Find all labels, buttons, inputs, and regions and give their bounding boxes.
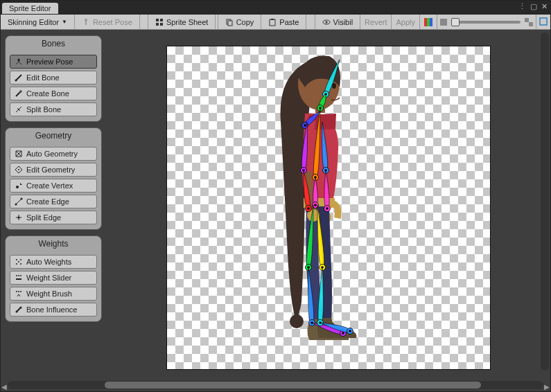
svg-rect-18	[540, 18, 547, 25]
alpha-slider[interactable]	[437, 15, 536, 29]
button-label: Edit Bone	[26, 73, 60, 82]
eye-icon	[322, 18, 331, 26]
preview-pose-button[interactable]: Preview Pose	[10, 55, 97, 69]
edit-bone-icon	[15, 73, 23, 82]
horizontal-scrollbar[interactable]	[8, 381, 543, 389]
button-label: Weight Slider	[26, 274, 71, 282]
svg-point-32	[20, 275, 21, 276]
apply-button[interactable]: Apply	[392, 15, 420, 29]
svg-rect-12	[424, 18, 427, 26]
svg-point-38	[20, 307, 22, 309]
button-label: Weight Brush	[26, 289, 72, 298]
status-bar: ◀ ▶	[1, 382, 550, 391]
auto-weights-button[interactable]: Auto Weights	[10, 255, 97, 269]
chevron-down-icon: ▼	[62, 19, 67, 25]
bones-panel-title: Bones	[6, 36, 101, 53]
horizontal-scroll-thumb[interactable]	[105, 382, 481, 389]
vertical-scrollbar[interactable]	[541, 33, 549, 371]
pose-icon	[15, 57, 23, 66]
split-bone-icon	[15, 105, 23, 114]
mode-dropdown[interactable]: Skinning Editor ▼	[1, 15, 75, 29]
scroll-left-arrow[interactable]: ◀	[1, 383, 8, 391]
svg-point-26	[20, 259, 21, 260]
sprite-sheet-button[interactable]: Sprite Sheet	[148, 15, 216, 29]
geometry-panel-title: Geometry	[6, 128, 101, 145]
button-label: Edit Geometry	[26, 166, 75, 174]
edit-bone-button[interactable]: Edit Bone	[10, 71, 97, 84]
svg-rect-33	[16, 278, 21, 280]
split-edge-button[interactable]: Split Edge	[10, 211, 97, 224]
create-vertex-button[interactable]: Create Vertex	[10, 179, 97, 193]
svg-point-0	[85, 19, 87, 21]
svg-point-55	[304, 124, 306, 127]
create-edge-icon	[15, 197, 23, 206]
button-label: Split Edge	[26, 213, 61, 222]
rgb-toggle[interactable]	[420, 15, 437, 29]
create-bone-button[interactable]: Create Bone	[10, 87, 97, 100]
svg-rect-9	[271, 19, 274, 20]
copy-button[interactable]: Copy	[218, 15, 262, 29]
auto-weights-icon	[15, 258, 23, 266]
kebab-menu-icon[interactable]: ⋮	[518, 2, 526, 11]
svg-point-25	[16, 259, 17, 260]
button-label: Create Edge	[26, 197, 69, 206]
create-bone-icon	[15, 89, 23, 98]
edit-geometry-button[interactable]: Edit Geometry	[10, 163, 97, 177]
tab-sprite-editor[interactable]: Sprite Editor	[2, 3, 58, 14]
edit-geometry-icon	[15, 166, 23, 174]
rgb-icon	[424, 18, 432, 26]
tab-bar: Sprite Editor ⋮ ▢ ✕	[1, 1, 550, 15]
split-edge-icon	[15, 213, 23, 222]
create-edge-button[interactable]: Create Edge	[10, 195, 97, 208]
scroll-right-arrow[interactable]: ▶	[543, 383, 550, 391]
fit-icon[interactable]	[536, 17, 550, 27]
paste-button[interactable]: Paste	[261, 15, 306, 29]
revert-button[interactable]: Revert	[360, 15, 392, 29]
maximize-icon[interactable]: ▢	[530, 2, 537, 11]
sprite-editor-window: Sprite Editor ⋮ ▢ ✕ Skinning Editor ▼ Re…	[0, 0, 551, 392]
svg-rect-13	[427, 18, 430, 26]
svg-point-69	[342, 332, 344, 335]
weights-panel: Weights Auto Weights Weight Slider Weigh…	[5, 235, 102, 322]
svg-point-59	[307, 207, 310, 210]
checker-icon	[525, 18, 533, 26]
close-icon[interactable]: ✕	[541, 2, 548, 11]
svg-point-63	[326, 207, 329, 210]
svg-point-11	[325, 21, 327, 23]
viewport[interactable]	[106, 30, 550, 382]
toolbar: Skinning Editor ▼ Reset Pose Sprite Shee…	[1, 15, 550, 30]
geometry-panel: Geometry Auto Geometry Edit Geometry Cre…	[5, 127, 102, 230]
weights-panel-title: Weights	[6, 236, 101, 253]
bone-influence-button[interactable]: Bone Influence	[10, 303, 97, 317]
character-sprite[interactable]	[166, 46, 491, 350]
button-label: Bone Influence	[26, 305, 77, 314]
svg-point-28	[20, 263, 21, 265]
bone-influence-icon	[15, 305, 23, 314]
button-label: Auto Geometry	[26, 150, 78, 158]
svg-point-20	[18, 169, 19, 170]
svg-rect-14	[430, 18, 432, 26]
svg-rect-5	[160, 23, 163, 26]
bones-panel: Bones Preview Pose Edit Bone Create Bone…	[5, 35, 102, 122]
svg-point-53	[314, 204, 317, 206]
button-label: Create Bone	[26, 89, 69, 98]
weight-brush-icon	[15, 289, 23, 298]
reset-pose-button[interactable]: Reset Pose	[75, 15, 140, 29]
weight-brush-button[interactable]: Weight Brush	[10, 287, 97, 301]
svg-point-21	[16, 186, 19, 188]
canvas[interactable]	[166, 46, 491, 370]
visibility-button[interactable]: Visibil	[315, 15, 361, 29]
weight-slider-button[interactable]: Weight Slider	[10, 271, 97, 285]
svg-rect-1	[85, 21, 87, 25]
button-label: Preview Pose	[26, 57, 73, 66]
svg-rect-8	[270, 19, 275, 26]
split-bone-button[interactable]: Split Bone	[10, 103, 97, 116]
tools-sidebar: Bones Preview Pose Edit Bone Create Bone…	[1, 30, 106, 382]
zoom-slider[interactable]	[451, 21, 521, 24]
svg-point-29	[18, 261, 19, 262]
auto-geometry-button[interactable]: Auto Geometry	[10, 147, 97, 161]
svg-point-37	[16, 311, 18, 313]
svg-rect-7	[228, 21, 232, 26]
svg-point-75	[349, 330, 351, 332]
svg-point-24	[18, 217, 20, 219]
